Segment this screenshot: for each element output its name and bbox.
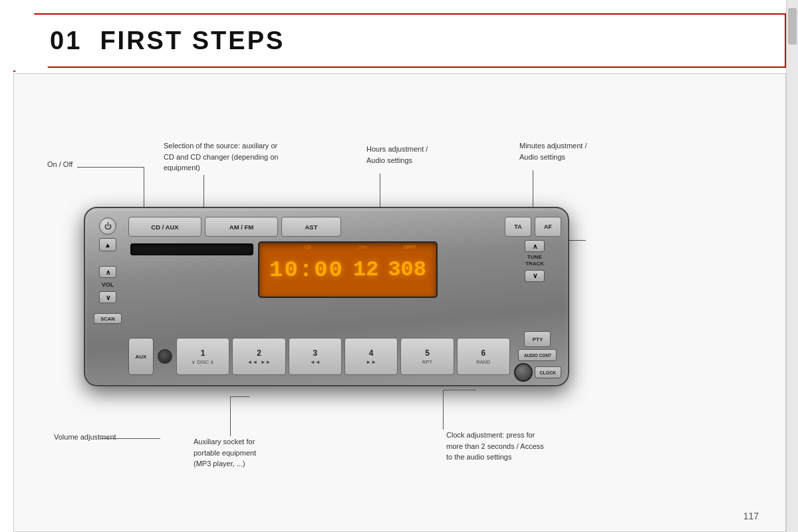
annotation-hours-adjustment: Hours adjustment /Audio settings [366, 144, 428, 166]
power-button[interactable]: ⏻ [99, 217, 116, 235]
tune-down-button[interactable]: ∨ [525, 270, 545, 282]
display-time: 10:00 [269, 257, 344, 283]
content-area: On / Off Selection of the source: auxili… [13, 73, 786, 532]
audio-cont-button[interactable]: AUDIO CONT [518, 349, 557, 361]
annotation-selection-source: Selection of the source: auxiliary orCD … [164, 140, 278, 174]
radio-unit: ⏻ ▲ ∧ VOL ∨ SCAN CD / AUX AM / FM AST TA… [84, 207, 569, 386]
display-clim: 12 [353, 257, 378, 282]
cd-aux-button[interactable]: CD / AUX [128, 217, 201, 237]
am-fm-button[interactable]: AM / FM [205, 217, 278, 237]
preset-5-button[interactable]: 5 RPT [400, 338, 454, 375]
tune-up-button[interactable]: ∧ [525, 240, 545, 252]
annotation-volume: Volume adjustment [54, 433, 116, 441]
aux-socket[interactable] [158, 349, 172, 364]
scrollbar[interactable] [786, 0, 798, 532]
page-header: 01 FIRST STEPS [13, 13, 786, 68]
volume-down-button[interactable]: ∨ [99, 291, 116, 303]
radio-display: CD Clim DRPT 10:00 12 308 [258, 241, 438, 298]
annotation-on-off: On / Off [47, 160, 72, 168]
display-drpt: 308 [388, 257, 426, 282]
page-number: 117 [743, 511, 759, 521]
aux-button[interactable]: AUX [128, 338, 154, 375]
preset-6-button[interactable]: 6 RAND [457, 338, 510, 375]
annotation-auxiliary: Auxiliary socket forportable equipment(M… [194, 436, 256, 469]
volume-up-button[interactable]: ∧ [99, 266, 116, 278]
preset-1-button[interactable]: 1 ∨ DISC ∧ [176, 338, 229, 375]
preset-4-button[interactable]: 4 ►► [344, 338, 398, 375]
volume-label: VOL [102, 281, 114, 288]
annotation-clock: Clock adjustment: press formore than 2 s… [446, 430, 544, 463]
annotation-minutes-adjustment: Minutes adjustment /Audio settings [519, 140, 587, 162]
clock-button[interactable]: CLOCK [535, 366, 561, 378]
eject-button[interactable]: ▲ [99, 238, 116, 251]
scrollbar-thumb[interactable] [788, 8, 797, 45]
pty-button[interactable]: PTY [524, 331, 551, 347]
preset-3-button[interactable]: 3 ◄◄ [289, 338, 342, 375]
cd-slot [130, 243, 253, 255]
clock-knob[interactable] [514, 363, 533, 382]
preset-2-button[interactable]: 2 ◄◄ ►► [232, 338, 285, 375]
page-title: 01 FIRST STEPS [50, 27, 285, 55]
af-button[interactable]: AF [535, 217, 561, 237]
ast-button[interactable]: AST [281, 217, 341, 237]
ta-button[interactable]: TA [505, 217, 531, 237]
tune-track-label: TUNETRACK [525, 254, 544, 268]
scan-button[interactable]: SCAN [94, 313, 122, 324]
